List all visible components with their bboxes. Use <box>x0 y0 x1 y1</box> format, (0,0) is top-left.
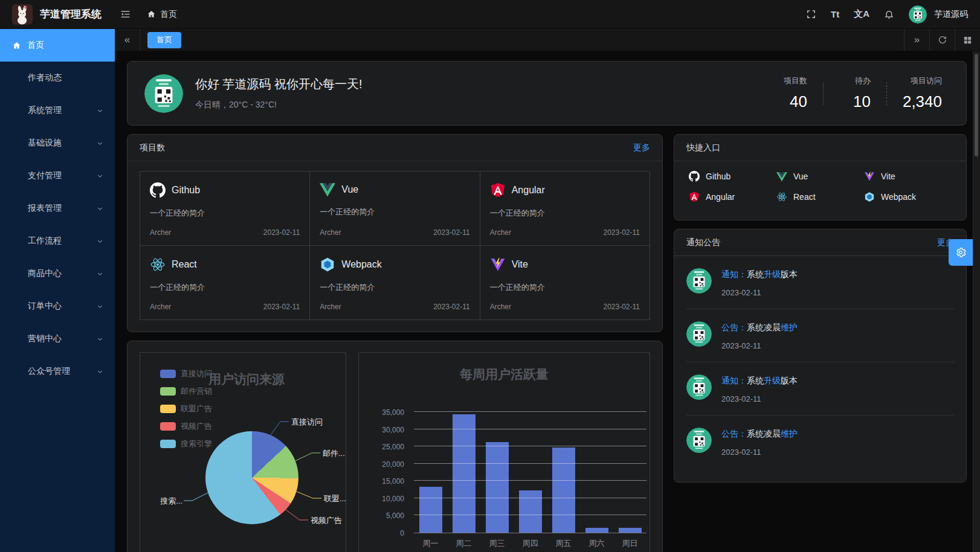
chevron-down-icon <box>96 270 104 278</box>
scrollbar-thumb[interactable] <box>975 54 978 156</box>
project-date: 2023-02-11 <box>604 303 640 311</box>
sidebar-item-label: 报表管理 <box>28 203 62 214</box>
bar-chart-title: 每周用户活跃量 <box>359 366 650 383</box>
x-tick-label: 周五 <box>547 538 580 549</box>
stat-todo: 待办 10 <box>839 75 871 111</box>
gridline <box>414 480 646 481</box>
sidebar-item-author-news[interactable]: 作者动态 <box>0 62 115 94</box>
sidebar-item-pay[interactable]: 支付管理 <box>0 159 115 192</box>
chevron-down-icon <box>96 335 104 343</box>
project-card-github[interactable]: Github 一个正经的简介 Archer2023-02-11 <box>140 172 310 246</box>
project-desc: 一个正经的简介 <box>320 207 469 217</box>
sidebar-item-marketing[interactable]: 营销中心 <box>0 323 115 355</box>
sidebar-item-product[interactable]: 商品中心 <box>0 257 115 290</box>
angular-icon <box>490 182 506 198</box>
breadcrumb[interactable]: 首页 <box>147 9 177 20</box>
shortcut-webpack[interactable]: Webpack <box>864 191 952 202</box>
sidebar-item-label: 工作流程 <box>28 236 62 246</box>
x-tick-label: 周六 <box>580 538 613 549</box>
notification-bell-icon[interactable] <box>884 9 894 19</box>
font-size-icon[interactable]: Tt <box>831 9 839 19</box>
gridline <box>414 429 646 429</box>
project-desc: 一个正经的简介 <box>320 282 469 293</box>
chevron-down-icon <box>96 303 104 310</box>
pie-label: 视频广告 <box>311 515 342 526</box>
project-desc: 一个正经的简介 <box>490 282 640 293</box>
stat-label: 项目访问 <box>903 75 942 86</box>
project-name: React <box>172 259 197 270</box>
notice-avatar <box>686 268 712 294</box>
sidebar-item-order[interactable]: 订单中心 <box>0 290 115 323</box>
notice-item: 通知：系统升级版本 2023-02-11 <box>686 256 954 309</box>
notice-title[interactable]: 通知：系统升级版本 <box>721 268 798 280</box>
shortcut-label: Github <box>706 172 730 181</box>
shortcut-label: Vite <box>881 172 895 181</box>
sidebar-item-infra[interactable]: 基础设施 <box>0 127 115 159</box>
github-icon <box>150 182 166 198</box>
divider <box>823 82 824 105</box>
projects-more-link[interactable]: 更多 <box>633 143 650 153</box>
stat-value: 2,340 <box>903 92 942 111</box>
shortcut-vite[interactable]: Vite <box>864 171 952 182</box>
shortcut-vue[interactable]: Vue <box>776 171 864 182</box>
fullscreen-icon[interactable] <box>806 9 816 19</box>
project-author: Archer <box>490 228 511 237</box>
sidebar-item-report[interactable]: 报表管理 <box>0 192 115 225</box>
project-name: Vue <box>341 184 358 195</box>
chevron-down-icon <box>96 107 104 115</box>
project-card-vue[interactable]: Vue 一个正经的简介 Archer2023-02-11 <box>310 172 480 246</box>
tabs-scroll-left-button[interactable]: « <box>115 29 140 51</box>
notice-item: 公告：系统凌晨维护 2023-02-11 <box>686 309 954 362</box>
project-author: Archer <box>150 303 171 311</box>
tabs-menu-icon[interactable] <box>955 29 980 51</box>
shortcut-angular[interactable]: Angular <box>689 191 776 202</box>
shortcuts-card-title: 快捷入口 <box>686 143 720 153</box>
tab-home[interactable]: 首页 <box>147 32 181 48</box>
sidebar-item-label: 首页 <box>27 40 44 51</box>
welcome-stats: 项目数 40 待办 10 项目访问 2,340 <box>776 75 942 111</box>
bar <box>519 490 542 533</box>
notice-title[interactable]: 公告：系统凌晨维护 <box>721 321 798 333</box>
project-card-webpack[interactable]: Webpack 一个正经的简介 Archer2023-02-11 <box>310 246 480 320</box>
webpack-icon <box>864 191 875 202</box>
shortcut-react[interactable]: React <box>776 191 864 202</box>
notice-title[interactable]: 通知：系统升级版本 <box>721 374 798 387</box>
username[interactable]: 芋道源码 <box>934 9 968 20</box>
project-card-react[interactable]: React 一个正经的简介 Archer2023-02-11 <box>140 246 310 320</box>
welcome-avatar <box>144 74 183 113</box>
tabs-scroll-right-button[interactable]: » <box>904 29 929 51</box>
stat-projects: 项目数 40 <box>776 75 807 111</box>
sidebar-item-workflow[interactable]: 工作流程 <box>0 225 115 257</box>
sidebar-item-wechat-mp[interactable]: 公众号管理 <box>0 355 115 388</box>
project-date: 2023-02-11 <box>604 228 640 237</box>
pie-label: 直接访问 <box>291 417 323 428</box>
y-tick-label: 15,000 <box>382 477 404 486</box>
shortcut-label: Webpack <box>881 192 916 202</box>
sidebar-fold-icon[interactable] <box>120 8 131 20</box>
notice-title[interactable]: 公告：系统凌晨维护 <box>721 428 798 440</box>
shortcut-github[interactable]: Github <box>689 171 776 182</box>
sidebar-item-label: 订单中心 <box>28 301 62 312</box>
project-card-angular[interactable]: Angular 一个正经的简介 Archer2023-02-11 <box>480 172 650 246</box>
bar <box>552 448 575 533</box>
chevron-down-icon <box>96 205 104 213</box>
y-tick-label: 35,000 <box>382 408 404 417</box>
user-avatar[interactable] <box>909 5 927 24</box>
project-author: Archer <box>490 303 511 311</box>
refresh-icon[interactable] <box>929 29 955 51</box>
bar <box>585 528 608 533</box>
y-tick-label: 20,000 <box>382 460 404 469</box>
gridline <box>414 515 646 515</box>
theme-settings-button[interactable] <box>949 239 973 266</box>
project-card-vite[interactable]: Vite 一个正经的简介 Archer2023-02-11 <box>480 246 650 320</box>
stat-visits: 项目访问 2,340 <box>903 75 942 111</box>
projects-card: 项目数 更多 Github 一个正经的简介 Archer2023-02-11 <box>127 134 663 332</box>
x-tick-label: 周一 <box>414 538 447 549</box>
chevron-down-icon <box>96 237 104 245</box>
sidebar-item-home[interactable]: 首页 <box>0 29 115 62</box>
main-content: 你好 芋道源码 祝你开心每一天! 今日晴，20°C - 32°C! 项目数 40… <box>115 51 980 552</box>
scrollbar-track[interactable] <box>973 51 980 552</box>
x-tick-label: 周三 <box>480 538 514 549</box>
sidebar-item-system[interactable]: 系统管理 <box>0 94 115 127</box>
locale-icon[interactable]: 文A <box>854 8 869 20</box>
